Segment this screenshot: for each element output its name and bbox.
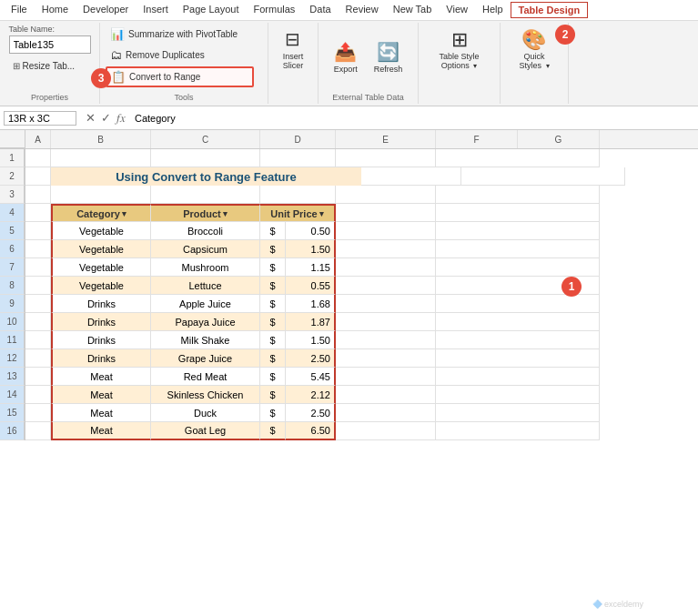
- col-header-f[interactable]: F: [436, 130, 518, 148]
- cell-e2[interactable]: [361, 167, 461, 186]
- cell-c15[interactable]: Duck: [151, 404, 260, 422]
- cell-e9[interactable]: [336, 295, 436, 313]
- cell-c12[interactable]: Grape Juice: [151, 349, 260, 368]
- formula-input[interactable]: [131, 112, 694, 125]
- cell-a11[interactable]: [25, 331, 51, 349]
- cell-c5[interactable]: Broccoli: [151, 222, 260, 240]
- cell-d-sym-12[interactable]: $: [260, 349, 286, 368]
- cell-e7[interactable]: [336, 258, 436, 277]
- cell-b14[interactable]: Meat: [51, 386, 151, 404]
- table-style-options-button[interactable]: ⊞ Table Style Options ▾: [433, 25, 484, 74]
- cell-e16[interactable]: [336, 422, 436, 440]
- menu-table-design[interactable]: Table Design: [511, 2, 589, 18]
- cell-b9[interactable]: Drinks: [51, 295, 151, 313]
- cell-a9[interactable]: [25, 295, 51, 313]
- cell-d-sym-16[interactable]: $: [260, 422, 286, 440]
- dropdown-arrow-product[interactable]: ▾: [223, 209, 228, 218]
- cell-c14[interactable]: Skinless Chicken: [151, 386, 260, 404]
- cell-d-val-9[interactable]: 1.68: [286, 295, 336, 313]
- cell-d-sym-15[interactable]: $: [260, 404, 286, 422]
- resize-table-button[interactable]: ⊞ Resize Tab...: [9, 59, 79, 73]
- cell-d3[interactable]: [260, 186, 336, 204]
- cell-fg3[interactable]: [436, 186, 600, 204]
- cell-a8[interactable]: [25, 277, 51, 295]
- dropdown-arrow-price[interactable]: ▾: [319, 209, 324, 218]
- cell-fg10[interactable]: [436, 313, 600, 331]
- cell-fg7[interactable]: [436, 258, 600, 277]
- cell-fg12[interactable]: [436, 349, 600, 368]
- confirm-formula-icon[interactable]: ✓: [101, 111, 111, 125]
- cell-fg11[interactable]: [436, 331, 600, 349]
- cell-a5[interactable]: [25, 222, 51, 240]
- cell-b7[interactable]: Vegetable: [51, 258, 151, 277]
- cell-d-val-11[interactable]: 1.50: [286, 331, 336, 349]
- cell-a14[interactable]: [25, 386, 51, 404]
- cell-a4[interactable]: [25, 204, 51, 222]
- cell-c13[interactable]: Red Meat: [151, 368, 260, 386]
- cell-d-val-6[interactable]: 1.50: [286, 240, 336, 258]
- cell-e6[interactable]: [336, 240, 436, 258]
- menu-developer[interactable]: Developer: [76, 2, 136, 18]
- cell-b1[interactable]: [51, 149, 151, 167]
- header-category[interactable]: Category ▾: [51, 204, 151, 222]
- cell-e8[interactable]: [336, 277, 436, 295]
- cell-fg16[interactable]: [436, 422, 600, 440]
- cell-a15[interactable]: [25, 404, 51, 422]
- cell-fg6[interactable]: [436, 240, 600, 258]
- cell-b15[interactable]: Meat: [51, 404, 151, 422]
- cell-fg9[interactable]: [436, 295, 600, 313]
- cell-d-sym-7[interactable]: $: [260, 258, 286, 277]
- menu-help[interactable]: Help: [475, 2, 511, 18]
- cell-fg13[interactable]: [436, 368, 600, 386]
- col-header-c[interactable]: C: [151, 130, 260, 148]
- menu-review[interactable]: Review: [339, 2, 386, 18]
- export-button[interactable]: 📤 Export: [329, 37, 363, 77]
- quick-styles-button[interactable]: 🎨 Quick Styles ▾: [513, 25, 554, 74]
- cell-b8[interactable]: Vegetable: [51, 277, 151, 295]
- cell-d-sym-13[interactable]: $: [260, 368, 286, 386]
- dropdown-arrow-category[interactable]: ▾: [122, 209, 126, 218]
- menu-view[interactable]: View: [439, 2, 475, 18]
- cell-e13[interactable]: [336, 368, 436, 386]
- cell-e11[interactable]: [336, 331, 436, 349]
- cell-d1[interactable]: [260, 149, 336, 167]
- cell-fg2[interactable]: [461, 167, 625, 186]
- col-header-a[interactable]: A: [25, 130, 51, 148]
- cell-d-val-8[interactable]: 0.55: [286, 277, 336, 295]
- cell-b16[interactable]: Meat: [51, 422, 151, 440]
- cell-c6[interactable]: Capsicum: [151, 240, 260, 258]
- cell-e14[interactable]: [336, 386, 436, 404]
- col-header-e[interactable]: E: [336, 130, 436, 148]
- cell-c9[interactable]: Apple Juice: [151, 295, 260, 313]
- cell-d-val-7[interactable]: 1.15: [286, 258, 336, 277]
- cell-b11[interactable]: Drinks: [51, 331, 151, 349]
- menu-formulas[interactable]: Formulas: [247, 2, 303, 18]
- cell-a10[interactable]: [25, 313, 51, 331]
- cell-b3[interactable]: [51, 186, 151, 204]
- cell-c7[interactable]: Mushroom: [151, 258, 260, 277]
- header-unitprice[interactable]: Unit Price ▾: [260, 204, 336, 222]
- col-header-d[interactable]: D: [260, 130, 336, 148]
- menu-data[interactable]: Data: [302, 2, 338, 18]
- col-header-b[interactable]: B: [51, 130, 151, 148]
- cell-fg5[interactable]: [436, 222, 600, 240]
- header-product[interactable]: Product ▾: [151, 204, 260, 222]
- cell-a2[interactable]: [25, 167, 51, 186]
- remove-duplicates-button[interactable]: 🗂 Remove Duplicates: [106, 45, 209, 65]
- cell-a3[interactable]: [25, 186, 51, 204]
- cell-a1[interactable]: [25, 149, 51, 167]
- cell-c16[interactable]: Goat Leg: [151, 422, 260, 440]
- cell-b13[interactable]: Meat: [51, 368, 151, 386]
- summarize-pivot-button[interactable]: 📊 Summarize with PivotTable: [106, 25, 242, 44]
- cell-e5[interactable]: [336, 222, 436, 240]
- table-name-input[interactable]: [9, 35, 91, 54]
- cell-fg15[interactable]: [436, 404, 600, 422]
- cell-e3[interactable]: [336, 186, 436, 204]
- cell-c3[interactable]: [151, 186, 260, 204]
- cell-d-sym-8[interactable]: $: [260, 277, 286, 295]
- convert-to-range-button[interactable]: 📋 Convert to Range: [106, 66, 254, 87]
- cell-b10[interactable]: Drinks: [51, 313, 151, 331]
- cell-d-sym-6[interactable]: $: [260, 240, 286, 258]
- cell-d-sym-11[interactable]: $: [260, 331, 286, 349]
- cell-d-val-14[interactable]: 2.12: [286, 386, 336, 404]
